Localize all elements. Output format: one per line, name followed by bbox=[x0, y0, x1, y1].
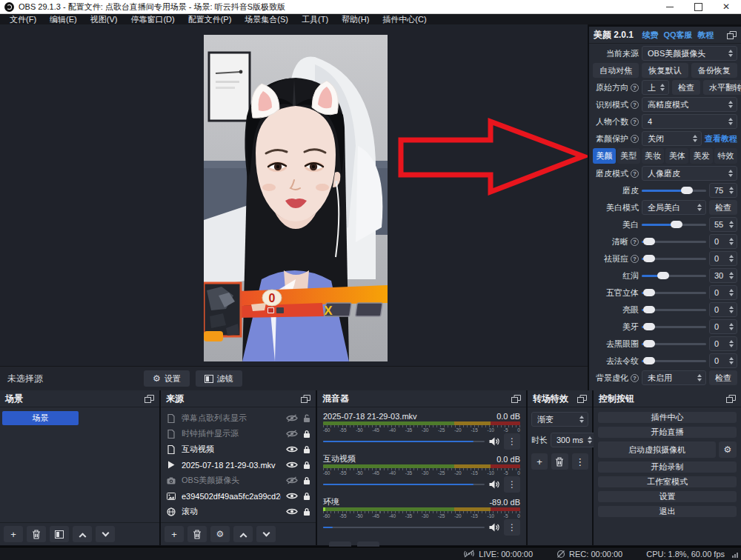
spinner-arrows-icon[interactable] bbox=[728, 272, 734, 279]
restore-default-button[interactable]: 恢复默认 bbox=[642, 63, 688, 78]
smooth-mode-select[interactable]: 人像磨皮 bbox=[642, 166, 737, 181]
add-scene-button[interactable]: + bbox=[4, 526, 23, 542]
webcam-video[interactable]: 0 X bbox=[204, 35, 388, 361]
source-row[interactable]: 2025-07-18 21-29-03.mkv bbox=[161, 457, 316, 473]
add-transition-button[interactable]: + bbox=[531, 453, 548, 470]
spinner-arrows-icon[interactable] bbox=[728, 323, 734, 330]
transition-select[interactable]: 渐变 bbox=[531, 412, 588, 427]
white-mode-select[interactable]: 全局美白 bbox=[642, 200, 706, 215]
source-row[interactable]: OBS美颜摄像头 bbox=[161, 473, 316, 488]
settings-button[interactable]: 设置 bbox=[598, 491, 737, 502]
volume-slider[interactable] bbox=[323, 522, 485, 533]
menu-scene-collection[interactable]: 场景集合(S) bbox=[238, 14, 295, 24]
help-icon[interactable]: ? bbox=[631, 170, 639, 178]
spinner-arrows-icon[interactable] bbox=[728, 221, 734, 228]
autofocus-button[interactable]: 自动对焦 bbox=[593, 63, 639, 78]
exit-button[interactable]: 退出 bbox=[598, 506, 737, 517]
source-properties-button[interactable]: ⚙ bbox=[210, 526, 230, 542]
source-row[interactable]: 时钟插件显示源 bbox=[161, 426, 316, 441]
spinner-arrows-icon[interactable] bbox=[728, 289, 734, 296]
eye-icon[interactable] bbox=[286, 507, 298, 516]
help-icon[interactable]: ? bbox=[631, 118, 639, 126]
remove-source-button[interactable] bbox=[187, 526, 207, 542]
slider-handle[interactable] bbox=[643, 323, 655, 330]
minimize-button[interactable] bbox=[665, 2, 674, 11]
volume-slider[interactable] bbox=[323, 436, 485, 447]
slider-handle[interactable] bbox=[671, 221, 682, 228]
slider-handle[interactable] bbox=[643, 289, 655, 296]
source-filters-button[interactable]: 滤镜 bbox=[196, 370, 242, 387]
renew-link[interactable]: 续费 bbox=[642, 30, 658, 41]
popout-icon[interactable] bbox=[301, 395, 310, 403]
lock-icon[interactable] bbox=[303, 461, 310, 470]
tutorial-link[interactable]: 教程 bbox=[698, 30, 714, 41]
start-streaming-button[interactable]: 开始直播 bbox=[598, 427, 737, 438]
white-teeth-value[interactable]: 0 bbox=[709, 319, 737, 334]
face-protect-select[interactable]: 关闭 bbox=[642, 131, 702, 146]
plugin-center-button[interactable]: 插件中心 bbox=[598, 412, 737, 423]
eye-slash-icon[interactable] bbox=[286, 414, 298, 422]
bright-eyes-value[interactable]: 0 bbox=[709, 302, 737, 317]
orientation-select[interactable]: 上 bbox=[642, 80, 669, 95]
acne-removal-slider[interactable] bbox=[642, 253, 706, 264]
help-icon[interactable]: ? bbox=[631, 84, 639, 92]
bg-blur-check-button[interactable]: 检查 bbox=[709, 370, 737, 385]
dark-circles-value[interactable]: 0 bbox=[709, 336, 737, 351]
menu-edit[interactable]: 编辑(E) bbox=[43, 14, 84, 24]
slider-handle[interactable] bbox=[657, 272, 669, 279]
whiten-slider[interactable] bbox=[642, 219, 706, 230]
preview-canvas[interactable]: 0 X bbox=[0, 24, 588, 366]
source-settings-button[interactable]: ⚙ 设置 bbox=[144, 370, 190, 387]
menu-tools[interactable]: 工具(T) bbox=[295, 14, 335, 24]
lock-icon[interactable] bbox=[303, 445, 310, 454]
close-button[interactable]: ✕ bbox=[722, 2, 731, 11]
tab-hair[interactable]: 美发 bbox=[690, 148, 713, 164]
source-row[interactable]: 互动视频 bbox=[161, 441, 316, 457]
lock-icon[interactable] bbox=[303, 430, 310, 439]
spinner-arrows-icon[interactable] bbox=[728, 357, 734, 364]
virtual-camera-settings-button[interactable]: ⚙ bbox=[719, 441, 737, 458]
source-row[interactable]: 弹幕点歌列表显示 bbox=[161, 410, 316, 426]
menu-docks[interactable]: 停靠窗口(D) bbox=[124, 14, 181, 24]
orientation-check-button[interactable]: 检查 bbox=[672, 80, 700, 95]
spinner-arrows-icon[interactable] bbox=[727, 118, 734, 125]
bright-eyes-slider[interactable] bbox=[642, 304, 706, 315]
tab-reshape[interactable]: 美型 bbox=[617, 148, 640, 164]
spinner-arrows-icon[interactable] bbox=[728, 340, 734, 347]
menu-profile[interactable]: 配置文件(P) bbox=[182, 14, 239, 24]
smooth-slider[interactable] bbox=[642, 185, 706, 196]
menu-view[interactable]: 视图(V) bbox=[84, 14, 124, 24]
eye-slash-icon[interactable] bbox=[286, 476, 298, 484]
slider-handle[interactable] bbox=[681, 187, 693, 194]
transition-menu-button[interactable]: ⋮ bbox=[572, 453, 588, 470]
scene-filters-button[interactable] bbox=[50, 526, 69, 542]
recognition-mode-select[interactable]: 高精度模式 bbox=[642, 97, 737, 112]
white-teeth-slider[interactable] bbox=[642, 321, 706, 332]
acne-removal-value[interactable]: 0 bbox=[709, 251, 737, 266]
rosy-slider[interactable] bbox=[642, 270, 706, 281]
menu-file[interactable]: 文件(F) bbox=[3, 14, 43, 24]
slider-handle[interactable] bbox=[643, 306, 655, 313]
tab-effects[interactable]: 特效 bbox=[714, 148, 737, 164]
move-scene-up-button[interactable] bbox=[73, 526, 92, 542]
clarity-slider[interactable] bbox=[642, 236, 706, 247]
popout-icon[interactable] bbox=[144, 395, 154, 403]
channel-menu-button[interactable]: ⋮ bbox=[504, 433, 520, 450]
spinner-arrows-icon[interactable] bbox=[728, 306, 734, 313]
move-source-up-button[interactable] bbox=[233, 526, 253, 542]
speaker-icon[interactable] bbox=[489, 437, 499, 446]
eye-icon[interactable] bbox=[286, 492, 298, 500]
eye-slash-icon[interactable] bbox=[286, 430, 298, 438]
channel-menu-button[interactable]: ⋮ bbox=[504, 519, 520, 536]
face-3d-slider[interactable] bbox=[642, 287, 706, 298]
tab-makeup[interactable]: 美妆 bbox=[642, 148, 665, 164]
spinner-arrows-icon[interactable] bbox=[728, 187, 734, 194]
view-tutorial-link[interactable]: 查看教程 bbox=[705, 133, 737, 144]
remove-transition-button[interactable] bbox=[551, 453, 568, 470]
add-source-button[interactable]: + bbox=[165, 526, 184, 542]
nasolabial-value[interactable]: 0 bbox=[709, 353, 737, 368]
lock-icon[interactable] bbox=[303, 492, 310, 501]
spinner-arrows-icon[interactable] bbox=[586, 436, 593, 444]
dark-circles-slider[interactable] bbox=[642, 339, 706, 349]
whiten-value[interactable]: 55 bbox=[709, 217, 737, 232]
